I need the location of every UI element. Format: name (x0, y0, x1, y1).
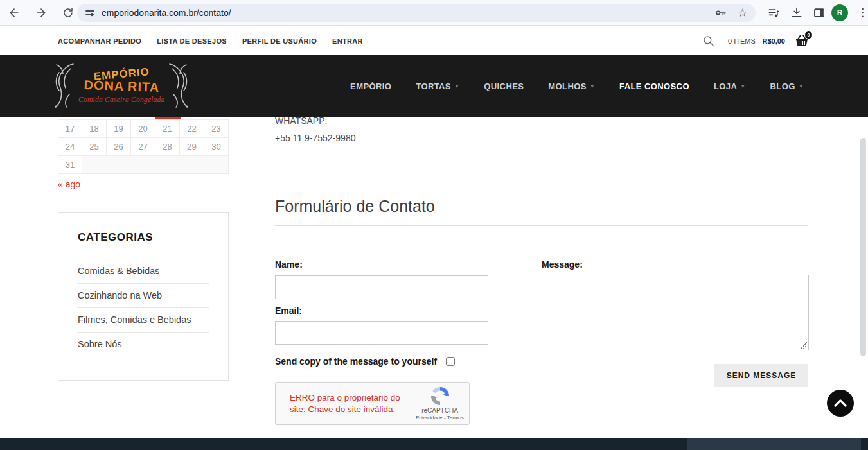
calendar-day: 27 (131, 137, 155, 156)
forward-icon[interactable] (33, 5, 49, 21)
send-copy-row: Send copy of the message to yourself (275, 356, 455, 367)
list-item: Filmes, Comidas e Bebidas (78, 308, 209, 333)
scroll-to-top-button[interactable] (827, 390, 854, 417)
nav-loja[interactable]: LOJA▼ (714, 82, 746, 91)
screen: emporiodonarita.com.br/contato/ ☆ R ⋮ AC… (0, 0, 868, 450)
downloads-icon[interactable] (789, 5, 804, 21)
link-perfil-de-usuario[interactable]: PERFIL DE USUÁRIO (242, 37, 317, 45)
nav-quiches[interactable]: QUICHES (484, 82, 524, 91)
recaptcha-logo-icon (430, 386, 450, 406)
calendar-prev-month-link[interactable]: « ago (58, 179, 80, 189)
logo-tagline: Comida Caseira Congelada (78, 95, 165, 105)
password-key-icon[interactable] (714, 6, 727, 19)
back-icon[interactable] (6, 5, 22, 21)
main-navigation: EMPÓRIO TORTAS▼ QUICHES MOLHOS▼ FALE CON… (350, 55, 804, 117)
media-controls-icon[interactable] (766, 5, 782, 21)
name-field[interactable] (275, 275, 488, 299)
recaptcha-terms-links[interactable]: Privacidade - Termos (416, 415, 464, 420)
calendar-day: 26 (107, 137, 131, 156)
divider (275, 225, 808, 226)
category-comidas-bebidas[interactable]: Comidas & Bebidas (78, 266, 159, 276)
reload-icon[interactable] (60, 5, 76, 21)
nav-emporio[interactable]: EMPÓRIO (350, 82, 391, 91)
chevron-down-icon: ▼ (799, 83, 804, 89)
side-panel-icon[interactable] (811, 5, 827, 21)
site-logo[interactable]: EMPÓRIO DONA RITA Comida Caseira Congela… (55, 59, 188, 113)
site-topbar: ACOMPANHAR PEDIDO LISTA DE DESEJOS PERFI… (0, 26, 868, 55)
logo-line2: DONA RITA (78, 77, 164, 95)
link-entrar[interactable]: ENTRAR (332, 37, 363, 45)
calendar-day: 19 (107, 119, 131, 138)
calendar-day: 25 (82, 137, 107, 156)
search-icon[interactable] (702, 35, 715, 48)
nav-fale-conosco[interactable]: FALE CONOSCO (619, 82, 689, 91)
categories-title: CATEGORIAS (78, 231, 209, 244)
category-sobre-nos[interactable]: Sobre Nós (78, 339, 122, 349)
calendar-day: 18 (82, 119, 107, 138)
recaptcha-widget: ERRO para o proprietário do site: Chave … (275, 382, 470, 425)
list-item: Sobre Nós (78, 333, 209, 356)
browser-menu-icon[interactable]: ⋮ (857, 5, 867, 21)
cart-badge: 0 (805, 31, 812, 39)
categories-widget: CATEGORIAS Comidas & Bebidas Cozinhando … (58, 212, 229, 381)
cart-summary[interactable]: 0 ITEMS - R$0,00 (728, 26, 785, 55)
page-title: Formulário de Contato (275, 197, 435, 216)
page-scrollbar-thumb[interactable] (860, 138, 866, 356)
email-field[interactable] (275, 321, 488, 345)
logo-text: EMPÓRIO DONA RITA Comida Caseira Congela… (78, 68, 165, 105)
site-header: EMPÓRIO DONA RITA Comida Caseira Congela… (0, 55, 868, 117)
account-links: ACOMPANHAR PEDIDO LISTA DE DESEJOS PERFI… (58, 26, 363, 55)
name-label: Name: (275, 259, 303, 270)
send-copy-checkbox[interactable] (446, 357, 455, 366)
calendar-day: 17 (58, 119, 82, 138)
category-filmes-comidas-bebidas[interactable]: Filmes, Comidas e Bebidas (78, 315, 191, 325)
categories-list: Comidas & Bebidas Cozinhando na Web Film… (78, 259, 209, 356)
list-item: Cozinhando na Web (78, 284, 209, 308)
browser-toolbar: emporiodonarita.com.br/contato/ ☆ R ⋮ (0, 0, 868, 26)
url-text[interactable]: emporiodonarita.com.br/contato/ (102, 8, 704, 18)
footer-strip-segment (687, 438, 861, 450)
calendar-day: 28 (155, 137, 180, 156)
calendar-day: 22 (180, 119, 204, 138)
send-message-button[interactable]: SEND MESSAGE (714, 364, 808, 387)
chevron-down-icon: ▼ (740, 83, 745, 89)
calendar-day-today: 21 (155, 119, 180, 138)
category-cozinhando-na-web[interactable]: Cozinhando na Web (78, 290, 162, 300)
page-content: 17 18 19 20 21 22 23 24 25 26 27 28 29 3… (0, 117, 868, 438)
calendar-day: 24 (58, 137, 82, 156)
email-label: Email: (275, 306, 302, 316)
chevron-down-icon: ▼ (454, 83, 459, 89)
message-label: Message: (542, 259, 583, 270)
list-item: Comidas & Bebidas (78, 259, 209, 284)
calendar-day: 20 (131, 119, 155, 138)
nav-blog[interactable]: BLOG▼ (770, 82, 804, 91)
chevron-down-icon: ▼ (590, 83, 595, 89)
site-info-icon[interactable] (85, 8, 95, 18)
bookmark-star-icon[interactable]: ☆ (738, 7, 748, 19)
url-bar[interactable]: emporiodonarita.com.br/contato/ ☆ (77, 4, 756, 22)
footer-top-strip (0, 438, 868, 450)
calendar-day: 29 (180, 137, 204, 156)
whatsapp-label: WHATSAPP: (275, 117, 327, 126)
message-field[interactable] (542, 275, 809, 350)
cart-icon[interactable]: 0 (793, 34, 810, 48)
link-acompanhar-pedido[interactable]: ACOMPANHAR PEDIDO (58, 37, 141, 45)
recaptcha-name: reCAPTCHA (421, 407, 458, 414)
cart-items-text: 0 ITEMS - (728, 37, 760, 45)
calendar-day: 31 (58, 155, 82, 174)
link-lista-de-desejos[interactable]: LISTA DE DESEJOS (157, 37, 227, 45)
recaptcha-brand: reCAPTCHA Privacidade - Termos (416, 386, 464, 420)
calendar-day: 30 (204, 137, 229, 156)
cart-amount: R$0,00 (763, 37, 785, 45)
logo-flourish-left-icon (51, 60, 77, 112)
calendar-pad-cell (82, 155, 229, 174)
calendar: 17 18 19 20 21 22 23 24 25 26 27 28 29 3… (58, 120, 229, 174)
profile-avatar[interactable]: R (831, 4, 848, 21)
recaptcha-error-text: ERRO para o proprietário do site: Chave … (290, 392, 407, 415)
nav-tortas[interactable]: TORTAS▼ (416, 82, 459, 91)
nav-molhos[interactable]: MOLHOS▼ (548, 82, 595, 91)
chevron-up-icon (833, 399, 847, 408)
calendar-day: 23 (204, 119, 229, 138)
send-copy-label: Send copy of the message to yourself (275, 356, 437, 367)
logo-flourish-right-icon (166, 60, 191, 112)
